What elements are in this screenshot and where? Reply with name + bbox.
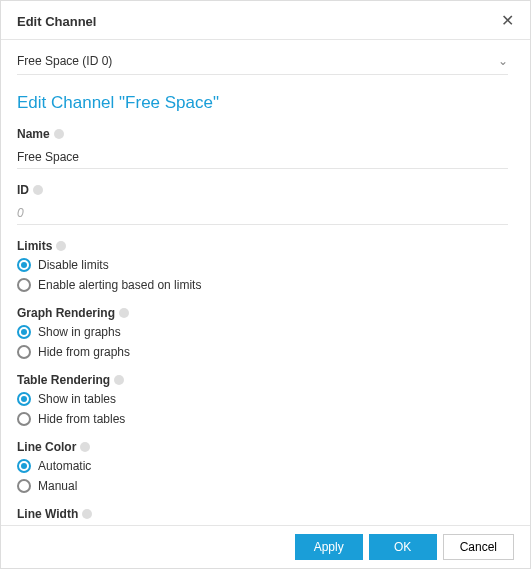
table-hide-label: Hide from tables: [38, 412, 125, 426]
radio-icon: [17, 258, 31, 272]
field-name: Name: [17, 127, 508, 169]
table-show-radio[interactable]: Show in tables: [17, 392, 508, 406]
field-limits: Limits Disable limits Enable alerting ba…: [17, 239, 508, 292]
dialog-header: Edit Channel ✕: [1, 1, 530, 40]
field-table-rendering: Table Rendering Show in tables Hide from…: [17, 373, 508, 426]
id-label-text: ID: [17, 183, 29, 197]
edit-channel-dialog: Edit Channel ✕ Free Space (ID 0) ⌄ Edit …: [0, 0, 531, 569]
name-label-text: Name: [17, 127, 50, 141]
line-color-label: Line Color: [17, 440, 508, 454]
table-label: Table Rendering: [17, 373, 508, 387]
chevron-down-icon: ⌄: [498, 54, 508, 68]
table-radio-group: Show in tables Hide from tables: [17, 392, 508, 426]
close-icon[interactable]: ✕: [501, 13, 514, 29]
channel-selector-text: Free Space (ID 0): [17, 54, 112, 68]
graph-label-text: Graph Rendering: [17, 306, 115, 320]
line-color-manual-radio[interactable]: Manual: [17, 479, 508, 493]
dialog-footer: Apply OK Cancel: [1, 525, 530, 568]
limits-label-text: Limits: [17, 239, 52, 253]
line-color-auto-radio[interactable]: Automatic: [17, 459, 508, 473]
id-input: [17, 202, 508, 225]
limits-radio-group: Disable limits Enable alerting based on …: [17, 258, 508, 292]
limits-enable-radio[interactable]: Enable alerting based on limits: [17, 278, 508, 292]
help-icon[interactable]: [54, 129, 64, 139]
graph-show-radio[interactable]: Show in graphs: [17, 325, 508, 339]
help-icon[interactable]: [33, 185, 43, 195]
radio-icon: [17, 479, 31, 493]
graph-show-label: Show in graphs: [38, 325, 121, 339]
line-color-label-text: Line Color: [17, 440, 76, 454]
line-width-label-text: Line Width: [17, 507, 78, 521]
id-label: ID: [17, 183, 508, 197]
field-graph-rendering: Graph Rendering Show in graphs Hide from…: [17, 306, 508, 359]
channel-selector[interactable]: Free Space (ID 0) ⌄: [17, 54, 508, 75]
radio-icon: [17, 345, 31, 359]
radio-icon: [17, 459, 31, 473]
ok-button[interactable]: OK: [369, 534, 437, 560]
limits-enable-label: Enable alerting based on limits: [38, 278, 201, 292]
name-input[interactable]: [17, 146, 508, 169]
graph-label: Graph Rendering: [17, 306, 508, 320]
help-icon[interactable]: [56, 241, 66, 251]
radio-icon: [17, 412, 31, 426]
cancel-button[interactable]: Cancel: [443, 534, 514, 560]
field-line-width: Line Width: [17, 507, 508, 525]
radio-icon: [17, 392, 31, 406]
limits-disable-label: Disable limits: [38, 258, 109, 272]
table-hide-radio[interactable]: Hide from tables: [17, 412, 508, 426]
table-show-label: Show in tables: [38, 392, 116, 406]
line-color-manual-label: Manual: [38, 479, 77, 493]
name-label: Name: [17, 127, 508, 141]
scroll-area[interactable]: Free Space (ID 0) ⌄ Edit Channel "Free S…: [17, 40, 514, 525]
graph-radio-group: Show in graphs Hide from graphs: [17, 325, 508, 359]
section-title: Edit Channel "Free Space": [17, 93, 508, 113]
help-icon[interactable]: [114, 375, 124, 385]
limits-label: Limits: [17, 239, 508, 253]
line-color-auto-label: Automatic: [38, 459, 91, 473]
help-icon[interactable]: [119, 308, 129, 318]
help-icon[interactable]: [82, 509, 92, 519]
graph-hide-radio[interactable]: Hide from graphs: [17, 345, 508, 359]
graph-hide-label: Hide from graphs: [38, 345, 130, 359]
dialog-title: Edit Channel: [17, 14, 96, 29]
radio-icon: [17, 325, 31, 339]
table-label-text: Table Rendering: [17, 373, 110, 387]
field-id: ID: [17, 183, 508, 225]
line-color-radio-group: Automatic Manual: [17, 459, 508, 493]
dialog-body: Free Space (ID 0) ⌄ Edit Channel "Free S…: [1, 40, 530, 525]
field-line-color: Line Color Automatic Manual: [17, 440, 508, 493]
limits-disable-radio[interactable]: Disable limits: [17, 258, 508, 272]
line-width-label: Line Width: [17, 507, 508, 521]
apply-button[interactable]: Apply: [295, 534, 363, 560]
help-icon[interactable]: [80, 442, 90, 452]
radio-icon: [17, 278, 31, 292]
